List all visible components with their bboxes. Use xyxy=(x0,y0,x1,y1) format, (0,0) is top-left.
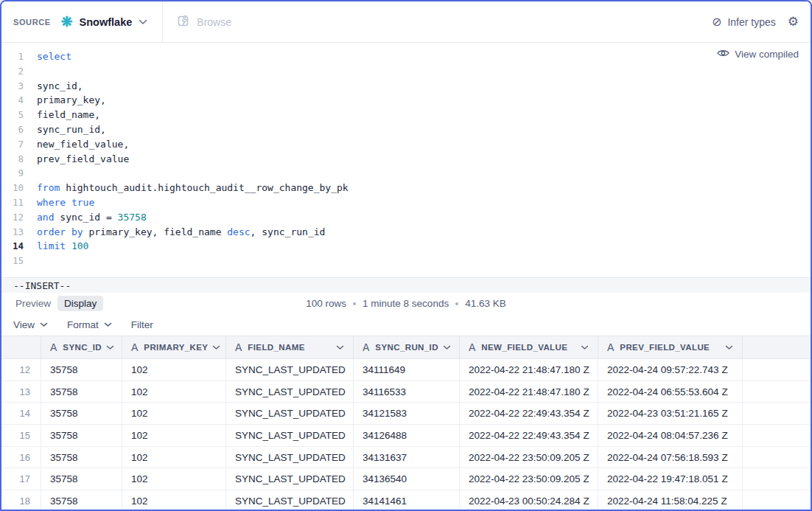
code-text: where true xyxy=(24,195,94,210)
vim-mode-bar: --INSERT-- xyxy=(1,277,811,293)
table-cell[interactable]: 2022-04-24 07:56:18.593 Z xyxy=(598,447,743,469)
table-cell[interactable]: 102 xyxy=(122,381,226,403)
code-line: 10from hightouch_audit.hightouch_audit__… xyxy=(1,181,811,195)
code-text: from hightouch_audit.hightouch_audit__ro… xyxy=(24,181,349,195)
column-name: SYNC_RUN_ID xyxy=(375,343,438,352)
chevron-down-icon xyxy=(139,19,147,25)
column-header-sync_id[interactable]: ASYNC_ID xyxy=(41,336,122,358)
spacer-cell xyxy=(743,425,811,447)
code-line: 15 xyxy=(1,254,811,268)
column-header-primary_key[interactable]: APRIMARY_KEY xyxy=(122,336,226,358)
table-cell[interactable]: 34126488 xyxy=(354,425,460,447)
table-cell[interactable]: 34131637 xyxy=(354,447,460,469)
row-number: 18 xyxy=(1,490,41,511)
table-cell[interactable]: SYNC_LAST_UPDATED xyxy=(226,381,354,403)
table-cell[interactable]: 2022-04-22 21:48:47.180 Z xyxy=(460,359,598,381)
tab-display[interactable]: Display xyxy=(57,296,103,311)
view-menu[interactable]: View xyxy=(13,319,48,330)
string-type-icon: A xyxy=(469,341,475,353)
table-cell[interactable]: 34116533 xyxy=(354,381,460,403)
column-menu-chevron-icon[interactable] xyxy=(332,345,344,350)
sql-text: sync_id, xyxy=(37,80,83,91)
column-header-prev_field_value[interactable]: APREV_FIELD_VALUE xyxy=(598,336,743,358)
table-cell[interactable]: SYNC_LAST_UPDATED xyxy=(226,447,354,469)
grid-header-row: ASYNC_IDAPRIMARY_KEYAFIELD_NAMEASYNC_RUN… xyxy=(1,336,811,359)
table-cell[interactable]: 35758 xyxy=(41,468,122,490)
line-number: 7 xyxy=(1,137,24,152)
table-cell[interactable]: SYNC_LAST_UPDATED xyxy=(226,490,354,511)
table-cell[interactable]: 102 xyxy=(122,403,226,425)
column-header-field_name[interactable]: AFIELD_NAME xyxy=(226,336,354,358)
table-cell[interactable]: 2022-04-24 11:58:04.225 Z xyxy=(598,490,743,511)
column-name: PRIMARY_KEY xyxy=(144,343,208,352)
column-menu-chevron-icon[interactable] xyxy=(438,345,451,350)
table-cell[interactable]: SYNC_LAST_UPDATED xyxy=(226,359,354,381)
table-cell[interactable]: 2022-04-23 00:50:24.284 Z xyxy=(460,490,598,511)
table-cell[interactable]: 102 xyxy=(122,490,226,511)
column-header-sync_run_id[interactable]: ASYNC_RUN_ID xyxy=(354,336,460,358)
line-number: 10 xyxy=(1,181,24,195)
table-cell[interactable]: 102 xyxy=(122,359,226,381)
browse-button[interactable]: Browse xyxy=(178,15,231,29)
column-menu-chevron-icon[interactable] xyxy=(208,345,220,350)
table-cell[interactable]: SYNC_LAST_UPDATED xyxy=(226,403,354,425)
code-line: 2 xyxy=(1,64,811,79)
sql-keyword: order by xyxy=(37,226,83,237)
topbar-divider xyxy=(162,1,163,43)
row-number-header xyxy=(1,336,41,358)
line-number: 2 xyxy=(1,64,24,79)
table-cell[interactable]: 35758 xyxy=(41,403,122,425)
table-cell[interactable]: 35758 xyxy=(41,425,122,447)
table-cell[interactable]: 2022-04-24 09:57:22.743 Z xyxy=(598,359,743,381)
table-cell[interactable]: 34111649 xyxy=(354,359,460,381)
table-cell[interactable]: 35758 xyxy=(41,490,122,511)
table-cell[interactable]: 35758 xyxy=(41,381,122,403)
table-cell[interactable]: 2022-04-22 23:50:09.205 Z xyxy=(460,468,598,490)
format-menu[interactable]: Format xyxy=(67,319,112,330)
infer-types-button[interactable]: ⊘ Infer types xyxy=(712,16,776,28)
table-cell[interactable]: 102 xyxy=(122,447,226,469)
table-cell[interactable]: SYNC_LAST_UPDATED xyxy=(226,425,354,447)
tab-preview[interactable]: Preview xyxy=(9,296,57,311)
browse-label: Browse xyxy=(197,16,231,28)
topbar: SOURCE ❋ Snowflake Browse ⊘ Infer types … xyxy=(1,1,811,43)
table-cell[interactable]: SYNC_LAST_UPDATED xyxy=(226,468,354,490)
table-cell[interactable]: 2022-04-22 19:47:18.051 Z xyxy=(598,468,743,490)
table-cell[interactable]: 2022-04-24 06:55:53.604 Z xyxy=(598,381,743,403)
code-line: 11where true xyxy=(1,195,811,210)
column-menu-chevron-icon[interactable] xyxy=(102,345,114,350)
row-number: 13 xyxy=(1,381,41,403)
column-header-new_field_value[interactable]: ANEW_FIELD_VALUE xyxy=(460,336,598,358)
table-cell[interactable]: 34141461 xyxy=(354,490,460,511)
filter-menu[interactable]: Filter xyxy=(131,319,153,330)
view-compiled-button[interactable]: View compiled xyxy=(717,49,799,60)
table-cell[interactable]: 2022-04-24 08:04:57.236 Z xyxy=(598,425,743,447)
table-cell[interactable]: 34136540 xyxy=(354,468,460,490)
table-cell[interactable]: 35758 xyxy=(41,359,122,381)
line-number: 11 xyxy=(1,195,24,210)
table-cell[interactable]: 102 xyxy=(122,425,226,447)
gear-icon[interactable]: ⚙︎ xyxy=(788,15,799,28)
column-menu-chevron-icon[interactable] xyxy=(721,345,733,350)
line-number: 1 xyxy=(1,49,24,64)
filter-menu-label: Filter xyxy=(131,319,153,330)
string-type-icon: A xyxy=(607,341,614,353)
code-line: 12and sync_id = 35758 xyxy=(1,210,811,225)
table-cell[interactable]: 2022-04-22 22:49:43.354 Z xyxy=(460,403,598,425)
sql-keyword: select xyxy=(37,51,71,62)
table-cell[interactable]: 2022-04-22 21:48:47.180 Z xyxy=(460,381,598,403)
sql-text: new_field_value, xyxy=(37,139,129,150)
table-cell[interactable]: 2022-04-22 23:50:09.205 Z xyxy=(460,447,598,469)
table-cell[interactable]: 2022-04-23 03:51:21.165 Z xyxy=(598,403,743,425)
results-toolbar: View Format Filter xyxy=(1,313,811,336)
table-cell[interactable]: 2022-04-22 22:49:43.354 Z xyxy=(460,425,598,447)
source-selector[interactable]: ❋ Snowflake xyxy=(61,15,148,29)
spacer-header xyxy=(743,336,811,358)
sql-editor[interactable]: View compiled 1select2 3sync_id,4primary… xyxy=(1,43,811,277)
column-menu-chevron-icon[interactable] xyxy=(576,345,589,350)
table-cell[interactable]: 35758 xyxy=(41,447,122,469)
table-cell[interactable]: 102 xyxy=(122,468,226,490)
string-type-icon: A xyxy=(363,341,369,353)
sql-keyword: limit xyxy=(37,240,66,251)
table-cell[interactable]: 34121583 xyxy=(354,403,460,425)
